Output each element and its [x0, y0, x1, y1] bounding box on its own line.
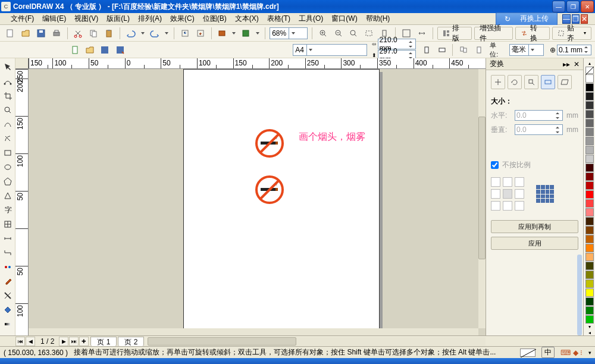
color-swatch[interactable]: [585, 190, 594, 199]
saveas-button[interactable]: [114, 43, 126, 57]
landscape-button[interactable]: [436, 43, 448, 57]
color-swatch[interactable]: [585, 74, 594, 83]
color-swatch[interactable]: [585, 217, 594, 225]
ellipse-tool[interactable]: [1, 161, 14, 174]
no-smoking-symbol-1[interactable]: [255, 128, 284, 158]
horizontal-scrollbar[interactable]: [148, 337, 486, 346]
print-button[interactable]: [50, 27, 63, 40]
menu-arrange[interactable]: 排列(A): [134, 12, 165, 25]
palette-flyout[interactable]: ◂: [585, 330, 594, 335]
ime-indicator[interactable]: 中: [541, 347, 555, 358]
convert-button[interactable]: 转换: [515, 27, 550, 40]
dimension-tool[interactable]: [1, 232, 14, 245]
zoom-out-button[interactable]: [332, 27, 345, 40]
mdi-minimize-button[interactable]: —: [562, 14, 571, 24]
basic-shapes-tool[interactable]: [1, 189, 14, 202]
non-proportional-checkbox[interactable]: [491, 161, 499, 169]
units-combo[interactable]: 毫米: [509, 44, 544, 56]
rectangle-tool[interactable]: [1, 146, 14, 159]
zoom-all-button[interactable]: [362, 27, 375, 40]
prev-page-button[interactable]: ◀: [26, 337, 35, 346]
color-swatch[interactable]: [585, 146, 594, 154]
color-swatch[interactable]: [585, 235, 594, 243]
page-tab-2[interactable]: 页 2: [118, 337, 144, 346]
color-swatch[interactable]: [585, 297, 594, 306]
docker-scrollbar[interactable]: [577, 255, 582, 335]
fill-indicator[interactable]: [520, 349, 536, 357]
color-swatch[interactable]: [585, 119, 594, 127]
mdi-close-button[interactable]: ✕: [581, 14, 588, 24]
docker-collapse-icon[interactable]: ▸▸: [563, 60, 570, 68]
open-doc-button[interactable]: [83, 43, 96, 57]
zoom-tool[interactable]: [1, 103, 14, 117]
zoom-in-button[interactable]: [317, 27, 330, 40]
color-swatch[interactable]: [585, 262, 594, 270]
zoom-combo[interactable]: 68%: [270, 27, 308, 39]
color-swatch[interactable]: [585, 137, 594, 145]
color-swatch[interactable]: [585, 226, 594, 234]
minimize-button[interactable]: —: [552, 1, 565, 12]
eyedropper-tool[interactable]: [1, 275, 14, 288]
text-tool[interactable]: 字: [1, 203, 14, 216]
redo-dropdown[interactable]: [164, 27, 170, 40]
color-swatch[interactable]: [585, 271, 594, 279]
canvas[interactable]: 画个烟头，烟雾: [29, 69, 478, 328]
color-swatch[interactable]: [585, 155, 594, 163]
snap-button[interactable]: 贴齐▾: [552, 27, 591, 40]
color-swatch[interactable]: [585, 92, 594, 101]
rotate-tab[interactable]: [508, 75, 522, 89]
skew-tab[interactable]: [558, 75, 572, 89]
page-tab-1[interactable]: 页 1: [90, 337, 117, 346]
color-swatch[interactable]: [585, 208, 594, 216]
menu-table[interactable]: 表格(T): [264, 12, 294, 25]
color-swatch[interactable]: [585, 280, 594, 288]
next-page-button[interactable]: ▶: [59, 337, 68, 346]
export-button[interactable]: [194, 27, 207, 40]
first-page-button[interactable]: ⏮: [15, 337, 25, 346]
color-swatch[interactable]: [585, 288, 594, 297]
position-tab[interactable]: [491, 75, 505, 89]
menu-effects[interactable]: 效果(C): [167, 12, 198, 25]
ruler-horizontal[interactable]: 150 100 50 0 50 100 150 200 250 300 350 …: [29, 58, 486, 69]
color-swatch[interactable]: [585, 306, 594, 315]
freehand-tool[interactable]: [1, 118, 14, 131]
menu-bitmap[interactable]: 位图(B): [199, 12, 230, 25]
plugin-button[interactable]: 增强插件: [474, 27, 513, 40]
menu-text[interactable]: 文本(X): [231, 12, 262, 25]
menu-tools[interactable]: 工具(O): [295, 12, 327, 25]
new-doc-button[interactable]: [68, 43, 81, 57]
new-button[interactable]: [4, 27, 17, 40]
ruler-origin[interactable]: [15, 58, 29, 69]
pick-tool[interactable]: [1, 61, 14, 74]
redo-button[interactable]: [148, 27, 161, 40]
color-swatch[interactable]: [585, 253, 594, 261]
nudge-input[interactable]: 0.1 mm: [557, 45, 591, 55]
color-swatch[interactable]: [585, 181, 594, 190]
apply-button[interactable]: 应用: [491, 237, 578, 250]
mdi-restore-button[interactable]: ❐: [572, 14, 580, 24]
connector-tool[interactable]: [1, 246, 14, 259]
color-swatch[interactable]: [585, 164, 594, 172]
palette-scroll-down[interactable]: ▾: [585, 324, 594, 330]
import-button[interactable]: [178, 27, 192, 40]
table-tool[interactable]: [1, 218, 14, 231]
welcome-dropdown[interactable]: [255, 27, 261, 40]
crop-tool[interactable]: [1, 89, 14, 102]
size-tab[interactable]: [541, 75, 555, 89]
color-swatch[interactable]: [585, 110, 594, 118]
polygon-tool[interactable]: [1, 175, 14, 188]
maximize-button[interactable]: ❐: [566, 1, 580, 12]
docker-title[interactable]: 变换 ▸▸✕: [486, 58, 583, 70]
palette-scroll-up[interactable]: ▴: [585, 61, 594, 67]
color-swatch[interactable]: [585, 83, 594, 92]
color-swatch[interactable]: [585, 199, 594, 208]
color-swatch[interactable]: [585, 315, 594, 324]
shape-tool[interactable]: [1, 75, 14, 88]
color-swatch[interactable]: [585, 128, 594, 136]
last-page-button[interactable]: ⏭: [69, 337, 79, 346]
app-launcher-button[interactable]: [216, 27, 229, 40]
save-button[interactable]: [35, 27, 48, 40]
undo-button[interactable]: [124, 27, 137, 40]
app-launcher-dropdown[interactable]: [231, 27, 237, 40]
menu-window[interactable]: 窗口(W): [328, 12, 361, 25]
